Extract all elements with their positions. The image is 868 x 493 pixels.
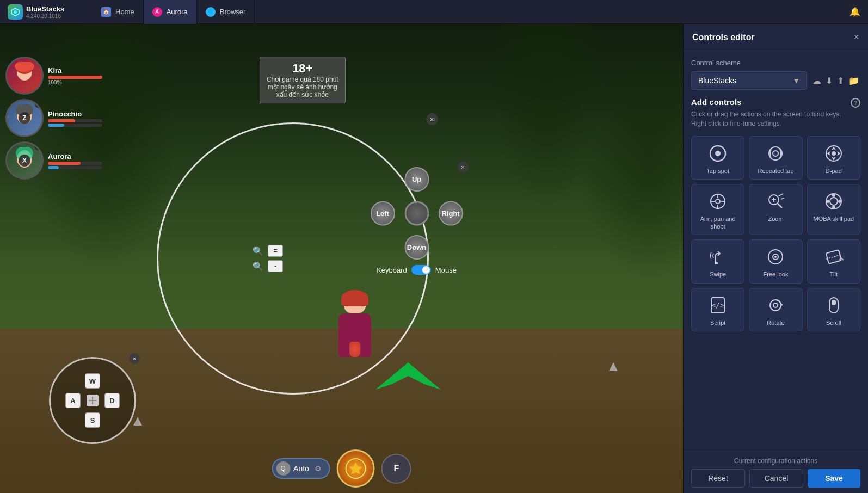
potion	[349, 342, 360, 357]
char-mp-fill-pinocchio	[48, 124, 64, 127]
skill-f-orb[interactable]: F	[381, 454, 411, 484]
help-icon[interactable]: ?	[851, 98, 860, 108]
circle-close-button[interactable]: ×	[426, 113, 438, 125]
scheme-folder-icon[interactable]: 📁	[847, 75, 860, 87]
control-tap-spot[interactable]: Tap spot	[691, 136, 744, 180]
control-moba[interactable]: MOBA skill pad	[807, 184, 860, 236]
control-zoom[interactable]: Zoom	[749, 184, 802, 236]
char-mp-bar-aurora	[48, 166, 102, 169]
key-s[interactable]: S	[85, 412, 100, 428]
dpad-container: Up Down Left Right × Keyboard	[371, 167, 463, 275]
char-portrait-pinocchio: × Z	[5, 99, 44, 137]
tab-home[interactable]: 🏠 Home	[93, 0, 144, 24]
zoom-in-row: 🔍 =	[253, 245, 283, 257]
panel-body: Control scheme BlueStacks ▼ ☁ ⬇ ⬆ 📁 Add …	[684, 51, 868, 451]
footer-buttons: Reset Cancel Save	[691, 469, 860, 488]
scheme-value: BlueStacks	[698, 76, 736, 85]
dpad-down-label: Down	[407, 243, 426, 251]
control-script[interactable]: </> Script	[691, 288, 744, 331]
auto-button[interactable]: Q Auto ⚙	[272, 458, 330, 479]
dpad-right[interactable]: Right	[439, 201, 463, 226]
control-tilt[interactable]: Tilt	[807, 239, 860, 283]
svg-marker-13	[609, 362, 618, 371]
control-dpad[interactable]: D-pad	[807, 136, 860, 180]
control-swipe[interactable]: Swipe	[691, 239, 744, 283]
wasd-outer: × W A S D	[49, 357, 136, 444]
toggle-knob	[422, 266, 430, 274]
key-a[interactable]: A	[65, 393, 81, 408]
dpad-right-label: Right	[441, 209, 459, 218]
svg-line-32	[778, 204, 782, 208]
svg-rect-53	[832, 300, 836, 305]
svg-point-36	[830, 198, 838, 205]
topbar: BlueStacks 4.240.20.1016 🏠 Home A Aurora…	[0, 0, 868, 24]
char-name-aurora: Aurora	[48, 152, 102, 161]
warning-text-2: một ngày sẽ ảnh hưởng	[267, 83, 338, 91]
zoom-out-icon: 🔍	[253, 261, 263, 272]
dpad-left-label: Left	[376, 209, 389, 218]
control-scroll[interactable]: Scroll	[807, 288, 860, 331]
dpad-up[interactable]: Up	[404, 167, 429, 192]
triangle-marker-1	[133, 417, 142, 428]
scheme-upload-icon[interactable]: ⬆	[836, 75, 845, 87]
svg-point-38	[838, 200, 841, 203]
browser-tab-icon: 🌐	[206, 7, 216, 17]
reset-button[interactable]: Reset	[691, 469, 745, 488]
control-rotate[interactable]: Rotate	[749, 288, 802, 331]
dpad-up-label: Up	[412, 175, 421, 183]
keyboard-mouse-toggle[interactable]	[411, 265, 431, 275]
dpad-center	[404, 201, 429, 226]
svg-point-50	[773, 303, 778, 307]
zoom-in-key: =	[268, 245, 283, 257]
char-hp-fill-pinocchio	[48, 119, 75, 122]
warning-text-3: xấu đến sức khỏe	[267, 91, 338, 98]
add-controls-desc: Click or drag the actions on the screen …	[691, 110, 860, 128]
control-free-look[interactable]: Free look	[749, 239, 802, 283]
svg-rect-45	[826, 250, 841, 264]
notification-icon[interactable]: 🔔	[846, 7, 864, 17]
swipe-icon	[707, 246, 728, 267]
char-hp-text-kira: 100%	[48, 79, 102, 85]
footer-title: Current configuration actions	[691, 457, 860, 465]
control-repeated-tap[interactable]: Repeated tap	[749, 136, 802, 180]
char-info-aurora: Aurora	[48, 152, 102, 169]
key-w[interactable]: W	[85, 373, 100, 389]
svg-point-1	[14, 10, 17, 14]
panel-close-button[interactable]: ×	[853, 32, 859, 43]
svg-marker-20	[832, 146, 836, 150]
save-button[interactable]: Save	[808, 469, 860, 488]
char-face-kira	[7, 58, 42, 93]
dpad-down[interactable]: Down	[404, 235, 429, 260]
svg-point-24	[832, 151, 836, 156]
dpad-close[interactable]: ×	[458, 162, 469, 172]
dpad-label: D-pad	[826, 167, 842, 175]
dpad-left[interactable]: Left	[371, 201, 395, 226]
char-close-pinocchio[interactable]: ×	[34, 99, 44, 108]
skill-orb[interactable]	[337, 449, 375, 488]
scheme-icons: ☁ ⬇ ⬆ 📁	[811, 75, 860, 87]
key-d[interactable]: D	[104, 393, 120, 408]
panel-header: Controls editor ×	[684, 24, 868, 51]
home-tab-icon: 🏠	[101, 7, 111, 17]
scheme-download-icon[interactable]: ⬇	[824, 75, 834, 87]
char-portrait-kira	[5, 57, 44, 95]
wasd-close[interactable]: ×	[129, 353, 140, 364]
char-mp-bar-pinocchio	[48, 124, 102, 127]
control-aim-pan-shoot[interactable]: Aim, pan and shoot	[691, 184, 744, 236]
bottom-hud: Q Auto ⚙ F	[272, 449, 411, 488]
char-item-kira: Kira 100%	[5, 57, 102, 95]
scheme-cloud-icon[interactable]: ☁	[811, 75, 822, 87]
controls-panel: Controls editor × Control scheme BlueSta…	[683, 24, 868, 493]
cancel-button[interactable]: Cancel	[749, 469, 803, 488]
wasd-center	[87, 395, 99, 406]
char-hp-bar-kira	[48, 76, 102, 79]
char-hp-bar-aurora	[48, 162, 102, 165]
svg-point-37	[832, 194, 835, 197]
triangle-marker-2	[609, 362, 618, 373]
char-close-aurora[interactable]: ×	[34, 141, 44, 151]
tab-aurora[interactable]: A Aurora	[144, 0, 197, 24]
char-head	[344, 294, 366, 313]
zoom-icon	[765, 191, 786, 212]
tab-browser[interactable]: 🌐 Browser	[197, 0, 255, 24]
scheme-select[interactable]: BlueStacks ▼	[691, 71, 807, 90]
